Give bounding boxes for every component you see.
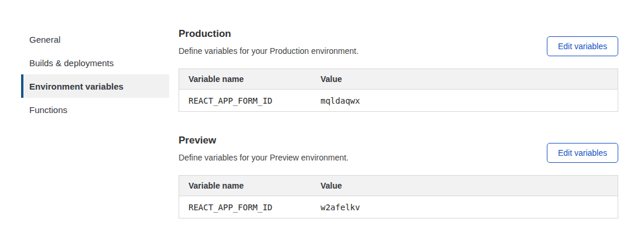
column-header-variable-name: Variable name (179, 69, 311, 90)
table-row: REACT_APP_FORM_ID w2afelkv (179, 196, 618, 218)
edit-variables-button-preview[interactable]: Edit variables (547, 143, 618, 163)
environment-variables-content: Production Define variables for your Pro… (179, 28, 618, 218)
variable-name-cell: REACT_APP_FORM_ID (179, 196, 311, 218)
preview-variables-table: Variable name Value REACT_APP_FORM_ID w2… (179, 175, 618, 218)
settings-page: General Builds & deployments Environment… (0, 0, 644, 218)
sidebar-item-builds-deployments[interactable]: Builds & deployments (21, 51, 169, 74)
edit-variables-button-production[interactable]: Edit variables (547, 36, 618, 56)
column-header-variable-name: Variable name (179, 176, 311, 196)
table-row: REACT_APP_FORM_ID mqldaqwx (179, 90, 618, 112)
settings-sidebar: General Builds & deployments Environment… (21, 28, 169, 121)
sidebar-item-environment-variables[interactable]: Environment variables (21, 74, 169, 98)
variable-value-cell: mqldaqwx (311, 90, 618, 112)
production-variables-table: Variable name Value REACT_APP_FORM_ID mq… (179, 69, 618, 112)
column-header-value: Value (311, 176, 618, 196)
table-header-row: Variable name Value (179, 69, 618, 90)
sidebar-item-general[interactable]: General (21, 28, 169, 51)
sidebar-item-functions[interactable]: Functions (21, 98, 169, 121)
column-header-value: Value (311, 69, 618, 90)
table-header-row: Variable name Value (179, 176, 618, 196)
variable-value-cell: w2afelkv (311, 196, 618, 218)
preview-section: Preview Define variables for your Previe… (179, 134, 618, 218)
production-section: Production Define variables for your Pro… (179, 28, 618, 112)
variable-name-cell: REACT_APP_FORM_ID (179, 90, 311, 112)
